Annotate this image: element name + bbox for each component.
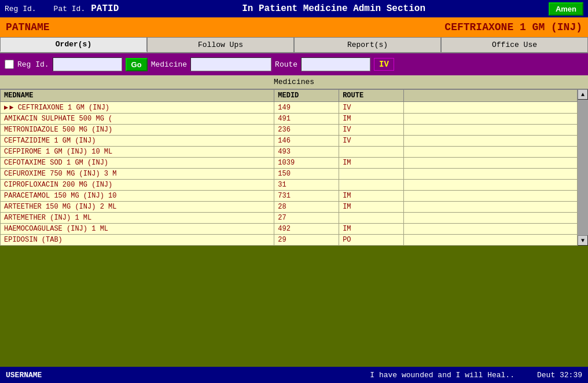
iv-display: IV	[374, 58, 394, 71]
cell-medid: 31	[274, 180, 339, 191]
cell-extra	[404, 213, 578, 224]
main-content	[0, 246, 588, 347]
go-button[interactable]: Go	[126, 58, 148, 71]
table-row[interactable]: ► CEFTRIAXONE 1 GM (INJ)149IV	[1, 102, 578, 114]
cell-medid: 493	[274, 147, 339, 158]
medicines-tbody: ► CEFTRIAXONE 1 GM (INJ)149IVAMIKACIN SU…	[1, 102, 578, 246]
cell-medid: 492	[274, 224, 339, 235]
cell-extra	[404, 114, 578, 125]
tab-followups[interactable]: Follow Ups	[147, 37, 294, 52]
cell-route: IM	[339, 191, 404, 202]
cell-medname: PARACETAMOL 150 MG (INJ) 10	[1, 191, 274, 202]
cell-medname: ARTEMETHER (INJ) 1 ML	[1, 213, 274, 224]
reg-id-label: Reg Id.	[5, 5, 36, 13]
route-input[interactable]	[301, 57, 370, 71]
tab-reports[interactable]: Report(s)	[294, 37, 441, 52]
cell-extra	[404, 102, 578, 114]
cell-medid: 1039	[274, 158, 339, 169]
cell-medid: 731	[274, 191, 339, 202]
cell-medname: ► CEFTRIAXONE 1 GM (INJ)	[1, 102, 274, 114]
table-row[interactable]: CEFUROXIME 750 MG (INJ) 3 M150	[1, 169, 578, 180]
form-row: Reg Id. Go Medicine Route IV	[0, 53, 588, 75]
cell-extra	[404, 191, 578, 202]
col-header-route: ROUTE	[339, 90, 404, 102]
status-bar: USERNAME I have wounded and I will Heal.…	[0, 367, 588, 383]
cell-medid: 29	[274, 235, 339, 246]
table-row[interactable]: AMIKACIN SULPHATE 500 MG (491IM	[1, 114, 578, 125]
medicine-name: CEFTRIAXONE 1 GM (INJ)	[444, 21, 582, 33]
tab-officeuse[interactable]: Office Use	[441, 37, 588, 52]
amen-button[interactable]: Amen	[549, 2, 583, 16]
cell-extra	[404, 235, 578, 246]
cell-medid: 236	[274, 125, 339, 136]
medicines-section: Medicines MEDNAME MEDID ROUTE ► CEFTRIAX…	[0, 75, 588, 246]
medicine-input[interactable]	[190, 57, 271, 71]
cell-medname: CEFPIROME 1 GM (INJ) 10 ML	[1, 147, 274, 158]
scroll-down-button[interactable]: ▼	[578, 235, 588, 246]
cell-medname: CIPROFLOXACIN 200 MG (INJ)	[1, 180, 274, 191]
cell-extra	[404, 158, 578, 169]
page-title: In Patient Medicine Admin Section	[242, 3, 425, 14]
cell-medid: 491	[274, 114, 339, 125]
cell-extra	[404, 136, 578, 147]
pat-id-value: PATID	[91, 3, 119, 14]
table-scrollbar[interactable]: ▲ ▼	[578, 89, 588, 246]
cell-extra	[404, 147, 578, 158]
cell-extra	[404, 224, 578, 235]
cell-medid: 149	[274, 102, 339, 114]
scroll-up-button[interactable]: ▲	[578, 89, 588, 100]
route-label: Route	[275, 60, 297, 69]
reg-id-checkbox[interactable]	[5, 60, 14, 69]
cell-route	[339, 213, 404, 224]
cell-route	[339, 169, 404, 180]
cell-route	[339, 147, 404, 158]
cell-medname: EPIDOSIN (TAB)	[1, 235, 274, 246]
table-row[interactable]: EPIDOSIN (TAB)29PO	[1, 235, 578, 246]
top-bar: Reg Id. Pat Id. PATID In Patient Medicin…	[0, 0, 588, 17]
patient-name: PATNAME	[6, 21, 50, 33]
patient-info: Reg Id. Pat Id. PATID	[5, 3, 119, 14]
table-row[interactable]: METRONIDAZOLE 500 MG (INJ)236IV	[1, 125, 578, 136]
medicines-table-wrap: MEDNAME MEDID ROUTE ► CEFTRIAXONE 1 GM (…	[0, 89, 588, 246]
cell-medname: METRONIDAZOLE 500 MG (INJ)	[1, 125, 274, 136]
table-row[interactable]: ARTEMETHER (INJ) 1 ML27	[1, 213, 578, 224]
table-row[interactable]: CIPROFLOXACIN 200 MG (INJ)31	[1, 180, 578, 191]
cell-medname: CEFOTAXIME SOD 1 GM (INJ)	[1, 158, 274, 169]
table-row[interactable]: CEFOTAXIME SOD 1 GM (INJ)1039IM	[1, 158, 578, 169]
cell-medid: 27	[274, 213, 339, 224]
table-row[interactable]: CEFTAZIDIME 1 GM (INJ)146IV	[1, 136, 578, 147]
cell-extra	[404, 202, 578, 213]
table-row[interactable]: CEFPIROME 1 GM (INJ) 10 ML493	[1, 147, 578, 158]
medicines-title: Medicines	[0, 75, 588, 89]
cell-route: IM	[339, 158, 404, 169]
cell-route: IV	[339, 125, 404, 136]
patient-header: PATNAME CEFTRIAXONE 1 GM (INJ)	[0, 17, 588, 37]
tabs-bar: Order(s) Follow Ups Report(s) Office Use	[0, 37, 588, 53]
table-row[interactable]: ARTEETHER 150 MG (INJ) 2 ML28IM	[1, 202, 578, 213]
cell-route: IM	[339, 114, 404, 125]
reg-id-form-label: Reg Id.	[17, 60, 49, 69]
cell-route: IV	[339, 102, 404, 114]
quote-text: I have wounded and I will Heal.. Deut 32…	[370, 371, 582, 380]
cell-route: PO	[339, 235, 404, 246]
reg-id-input[interactable]	[53, 57, 122, 71]
cell-extra	[404, 169, 578, 180]
pat-id-label: Pat Id.	[54, 5, 86, 13]
col-header-medid: MEDID	[274, 90, 339, 102]
medicine-form-label: Medicine	[151, 60, 187, 69]
cell-medid: 146	[274, 136, 339, 147]
cell-extra	[404, 180, 578, 191]
table-row[interactable]: HAEMOCOAGULASE (INJ) 1 ML492IM	[1, 224, 578, 235]
table-row[interactable]: PARACETAMOL 150 MG (INJ) 10731IM	[1, 191, 578, 202]
cell-medid: 28	[274, 202, 339, 213]
tab-orders[interactable]: Order(s)	[0, 37, 147, 52]
cell-extra	[404, 125, 578, 136]
cell-route: IV	[339, 136, 404, 147]
cell-medname: ARTEETHER 150 MG (INJ) 2 ML	[1, 202, 274, 213]
username-label: USERNAME	[6, 371, 42, 380]
cell-route: IM	[339, 224, 404, 235]
cell-medname: AMIKACIN SULPHATE 500 MG (	[1, 114, 274, 125]
scroll-track[interactable]	[578, 100, 588, 235]
cell-medname: HAEMOCOAGULASE (INJ) 1 ML	[1, 224, 274, 235]
medicines-table: MEDNAME MEDID ROUTE ► CEFTRIAXONE 1 GM (…	[0, 89, 578, 246]
